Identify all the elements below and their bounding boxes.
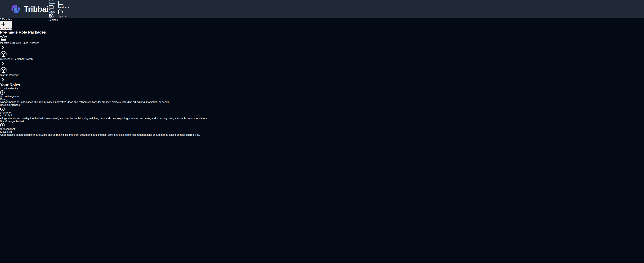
role-description: A logical and structured guide that help…	[0, 117, 644, 120]
card-header: Doc & Image Analyst @docanalyst	[0, 120, 644, 131]
nav-item-label: Chats	[48, 10, 55, 13]
role-card-decision-architect[interactable]: Decision Architect @decision Archie Doit…	[0, 104, 644, 120]
chevron-right-icon	[0, 60, 644, 67]
message-square-icon	[48, 5, 58, 10]
role-title: Decision Architect	[0, 104, 20, 106]
tribbai-logo-icon	[11, 4, 20, 14]
plus-icon	[0, 21, 12, 27]
role-handle-badge[interactable]: @creativegenius	[0, 90, 644, 98]
nav-right: Feedback Sign out	[58, 0, 69, 18]
your-roles-heading: Your Roles	[0, 83, 644, 87]
info-icon	[0, 106, 644, 111]
role-title: Doc & Image Analyst	[0, 120, 24, 123]
role-card-doc-image-analyst[interactable]: Doc & Image Analyst @docanalyst Steve Ly…	[0, 120, 644, 136]
roles-cards-grid: Creative Genius @creativegenius Genny A …	[0, 87, 644, 136]
chevron-right-icon	[0, 44, 644, 51]
role-persona: Archie Doit	[0, 114, 644, 117]
feedback-label: Feedback	[58, 6, 69, 9]
nav-links: Roles Chats Settings	[48, 0, 58, 21]
user-icon	[48, 0, 58, 2]
card-header: Creative Genius @creativegenius	[0, 87, 644, 98]
roles-count-badge: 13/∞ roles	[0, 18, 644, 21]
premium-badge: Premium	[29, 41, 39, 44]
feedback-button[interactable]: Feedback	[58, 0, 69, 9]
role-handle-badge[interactable]: @docanalyst	[0, 123, 644, 130]
brand-name: Tribbai	[24, 5, 48, 13]
nav-item-label: Settings	[48, 19, 58, 21]
role-title: Creative Genius	[0, 87, 18, 90]
message-square-icon	[58, 0, 69, 6]
role-handle: @docanalyst	[0, 128, 15, 130]
info-icon	[0, 90, 644, 95]
crown-icon	[0, 34, 644, 41]
sign-out-button[interactable]: Sign out	[58, 9, 69, 18]
sign-out-label: Sign out	[58, 15, 67, 17]
nav-item-chats[interactable]: Chats	[48, 5, 58, 13]
role-persona: Steve Lyst	[0, 131, 644, 133]
log-out-icon	[58, 9, 69, 15]
package-row-maestro[interactable]: Maestro Exclusive Roles Premium	[0, 34, 644, 51]
package-label: Wellness & Personal Growth	[0, 58, 32, 60]
role-handle: @decision	[0, 111, 12, 114]
package-row-startup[interactable]: Startup Package	[0, 67, 644, 83]
role-card-creative-genius[interactable]: Creative Genius @creativegenius Genny A …	[0, 87, 644, 104]
nav-item-settings[interactable]: Settings	[48, 13, 58, 21]
role-handle-badge[interactable]: @decision	[0, 106, 644, 114]
info-icon	[0, 123, 644, 128]
role-description: A specialized expert capable of analyzin…	[0, 133, 644, 136]
chevron-right-icon	[0, 77, 644, 83]
card-header: Decision Architect @decision	[0, 104, 644, 114]
create-role-button[interactable]: Create Role	[0, 21, 12, 30]
roles-header-row: 13/∞ roles Create Role	[0, 18, 644, 30]
brand-logo[interactable]: Tribbai	[11, 4, 48, 14]
package-label: Maestro Exclusive Roles	[0, 41, 28, 44]
gear-icon	[48, 13, 58, 19]
create-role-label: Create Role	[0, 27, 12, 30]
premade-packages-heading: Pre-made Role Packages	[0, 30, 644, 34]
package-icon	[0, 51, 644, 58]
package-label: Startup Package	[0, 74, 19, 76]
nav-item-roles[interactable]: Roles	[48, 0, 58, 5]
role-description: A powerhouse of imagination, this role p…	[0, 101, 644, 104]
nav-item-label: Roles	[48, 2, 55, 5]
role-handle: @creativegenius	[0, 95, 19, 98]
top-navbar: Tribbai Roles Chats	[0, 0, 644, 18]
role-persona: Genny	[0, 98, 644, 101]
package-icon	[0, 67, 644, 74]
main-content: 13/∞ roles Create Role Pre-made Role Pac…	[0, 18, 644, 136]
package-row-wellness[interactable]: Wellness & Personal Growth	[0, 51, 644, 67]
